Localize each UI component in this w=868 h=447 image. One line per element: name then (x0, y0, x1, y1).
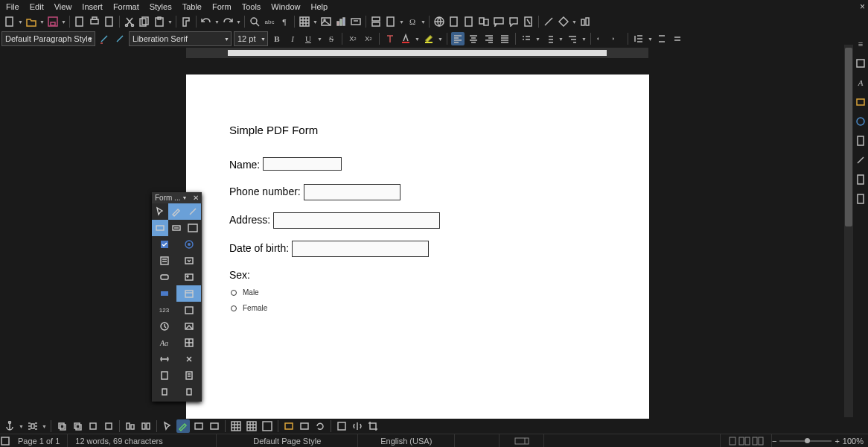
footnote-icon[interactable] (447, 15, 461, 28)
clear-format-icon[interactable] (383, 32, 397, 45)
form-properties-icon[interactable] (176, 367, 201, 384)
menu-help[interactable]: Help (310, 2, 328, 11)
copy-icon[interactable] (138, 15, 151, 28)
phone-field[interactable] (304, 184, 401, 200)
menu-tools[interactable]: Tools (242, 2, 261, 11)
save-icon[interactable] (46, 15, 60, 28)
underline-icon[interactable]: U (301, 32, 315, 45)
position-size-icon[interactable] (335, 419, 348, 433)
form-panel-close-icon[interactable]: ✕ (193, 194, 199, 202)
label-icon[interactable] (152, 220, 168, 236)
update-style-icon[interactable] (98, 32, 111, 45)
number-dropdown[interactable]: ▼ (558, 32, 564, 45)
group-icon[interactable] (282, 419, 296, 433)
align-objects2-icon[interactable] (139, 419, 153, 433)
spellcheck-icon[interactable]: abc (263, 15, 276, 28)
push-button-icon[interactable] (152, 269, 176, 285)
style-inspector-icon[interactable] (854, 153, 867, 167)
view-layout[interactable] (721, 434, 772, 447)
hyperlink-icon[interactable] (433, 15, 446, 28)
align-right-icon[interactable] (482, 32, 496, 45)
menu-styles[interactable]: Styles (150, 2, 172, 11)
underline-dropdown[interactable]: ▼ (317, 32, 322, 45)
track-changes-icon[interactable] (522, 15, 535, 28)
redo-icon[interactable] (221, 15, 234, 28)
properties-panel-icon[interactable] (854, 57, 867, 70)
form-design-icon[interactable] (152, 367, 176, 384)
background-icon[interactable] (71, 419, 84, 433)
name-field[interactable] (263, 157, 342, 171)
bullet-dropdown[interactable]: ▼ (535, 32, 540, 45)
superscript-icon[interactable]: X2 (346, 32, 360, 45)
anchor-icon[interactable] (3, 419, 16, 433)
page-panel-icon[interactable] (854, 134, 867, 148)
para-spacing-dec-icon[interactable] (671, 32, 684, 45)
currency-field-icon[interactable] (176, 302, 201, 318)
formatted-field-icon[interactable] (152, 285, 176, 302)
save-dropdown[interactable]: ▼ (61, 15, 66, 28)
form-controls-panel[interactable]: Form ... ▼ ✕ 123 Aa (152, 192, 202, 402)
cross-ref-icon[interactable] (477, 15, 491, 28)
radio-male[interactable]: Male (231, 288, 606, 297)
zoom-slider[interactable] (779, 440, 832, 442)
gallery-panel-icon[interactable] (854, 95, 867, 109)
bold-icon[interactable]: B (270, 32, 284, 45)
save-status-icon[interactable] (0, 434, 10, 448)
caption-icon[interactable] (192, 419, 205, 433)
send-back-icon[interactable] (102, 419, 115, 433)
new-doc-icon[interactable] (3, 15, 16, 28)
paste-icon[interactable] (153, 15, 166, 28)
menu-view[interactable]: View (54, 2, 72, 11)
font-color-dropdown[interactable]: ▼ (415, 32, 420, 45)
styles-panel-icon[interactable]: A (854, 76, 867, 89)
field-dropdown[interactable]: ▼ (399, 15, 404, 28)
menu-form[interactable]: Form (212, 2, 232, 11)
print-preview-icon[interactable] (103, 15, 116, 28)
table-control-icon[interactable]: Aa (152, 335, 176, 351)
line-icon[interactable] (542, 15, 555, 28)
page-style[interactable]: Default Page Style (217, 434, 358, 447)
chart-icon[interactable] (334, 15, 348, 28)
italic-icon[interactable]: I (286, 32, 299, 45)
para-spacing-inc-icon[interactable] (655, 32, 668, 45)
find-replace-icon[interactable] (248, 15, 261, 28)
activation-order-icon[interactable] (176, 384, 201, 400)
new-style-icon[interactable] (113, 32, 127, 45)
font-size-combo[interactable]: ▼ (234, 31, 268, 46)
wrap-dropdown[interactable]: ▼ (42, 419, 47, 433)
justify-icon[interactable] (498, 32, 511, 45)
highlight-icon[interactable] (422, 32, 435, 45)
undo-icon[interactable] (200, 15, 213, 28)
draw-functions-icon[interactable] (578, 15, 592, 28)
align-center-icon[interactable] (467, 32, 480, 45)
flip-h-icon[interactable] (351, 419, 364, 433)
zoom-in-icon[interactable]: + (835, 437, 839, 446)
menu-file[interactable]: File (6, 2, 19, 11)
dob-field[interactable] (292, 241, 429, 257)
foreground-icon[interactable] (55, 419, 68, 433)
guides-icon[interactable] (261, 419, 274, 433)
anchor-dropdown[interactable]: ▼ (19, 419, 24, 433)
shapes-dropdown[interactable]: ▼ (572, 15, 577, 28)
bookmark-icon[interactable] (462, 15, 476, 28)
radio-female[interactable]: Female (231, 304, 606, 312)
text-box-control-icon[interactable] (168, 220, 185, 236)
time-field-icon[interactable] (152, 318, 176, 335)
control-properties-icon[interactable] (152, 384, 176, 400)
increase-indent-icon[interactable] (595, 32, 608, 45)
comment-icon[interactable] (492, 15, 505, 28)
enter-group-icon[interactable] (298, 419, 311, 433)
paste-dropdown[interactable]: ▼ (167, 15, 173, 28)
diamond-icon[interactable] (557, 15, 570, 28)
wizards-icon[interactable] (185, 203, 201, 220)
bullet-list-icon[interactable] (520, 32, 533, 45)
option-button-icon[interactable] (176, 236, 201, 253)
grid2-icon[interactable] (245, 419, 258, 433)
select-tool-icon[interactable] (152, 203, 168, 220)
page-break-icon[interactable] (369, 15, 383, 28)
more-controls-icon[interactable] (176, 351, 201, 367)
zoom-value[interactable]: 100% (843, 437, 864, 446)
grid-control-icon[interactable] (176, 335, 201, 351)
wrap-icon[interactable] (26, 419, 39, 433)
align-objects-icon[interactable] (124, 419, 137, 433)
